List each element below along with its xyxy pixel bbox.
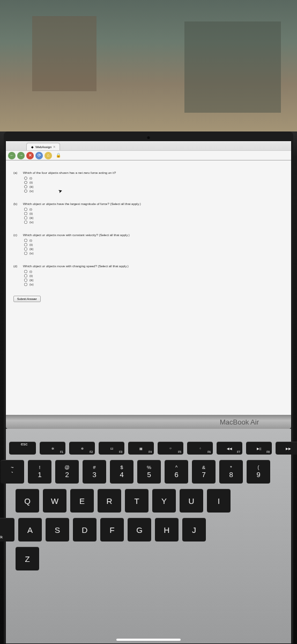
option-label: (iv) (29, 189, 34, 193)
key-f8[interactable]: ▶||F8 (246, 442, 272, 455)
checkbox-input[interactable] (24, 208, 27, 211)
option-checkbox[interactable]: (ii) (24, 243, 284, 246)
key-f5[interactable]: ☼F5 (158, 442, 183, 455)
key-f4[interactable]: ▦F4 (128, 442, 154, 455)
laptop: ◆ WebAssign × ← → ✕ ⟳ ⌂ 🔒 (a) (0, 131, 297, 644)
checkbox-input[interactable] (24, 283, 27, 286)
key-3[interactable]: #3 (83, 460, 106, 484)
key-1[interactable]: !1 (28, 460, 51, 484)
question-text: Which object or objects move with changi… (23, 265, 129, 268)
checkbox-input[interactable] (24, 216, 27, 219)
key-f2[interactable]: ✲F2 (69, 442, 95, 455)
option-label: (iii) (29, 216, 33, 219)
lock-icon: 🔒 (56, 153, 61, 158)
option-checkbox[interactable]: (i) (24, 239, 284, 242)
key-w[interactable]: W (43, 489, 66, 513)
key-y[interactable]: Y (152, 489, 176, 513)
key-6[interactable]: ^6 (165, 460, 188, 484)
radio-input[interactable] (24, 189, 27, 193)
option-checkbox[interactable]: (iv) (24, 221, 284, 224)
checkbox-input[interactable] (24, 274, 27, 277)
option-checkbox[interactable]: (i) (24, 208, 284, 211)
radio-input[interactable] (24, 181, 27, 184)
key-tilde[interactable]: ~` (1, 460, 24, 484)
key-h[interactable]: H (155, 518, 179, 541)
key-a[interactable]: A (18, 518, 42, 541)
checkbox-input[interactable] (24, 279, 27, 282)
question-text: Which object or objects have the largest… (23, 202, 141, 206)
checkbox-input[interactable] (24, 247, 27, 251)
stop-button[interactable]: ✕ (26, 152, 34, 159)
fn-key-row: esc ✲F1 ✲F2 ⊟F3 ▦F4 ☼F5 ⁘F6 ◀◀F7 ▶||F8 ▶… (8, 442, 289, 455)
key-esc[interactable]: esc (9, 442, 36, 455)
option-checkbox[interactable]: (iv) (24, 283, 284, 286)
close-icon[interactable]: × (53, 145, 55, 149)
key-f6[interactable]: ⁘F6 (187, 442, 213, 455)
option-radio[interactable]: (ii) (24, 181, 284, 184)
option-checkbox[interactable]: (ii) (24, 212, 284, 215)
key-i[interactable]: I (207, 489, 231, 513)
key-u[interactable]: U (180, 489, 203, 513)
key-z[interactable]: Z (16, 547, 39, 570)
option-radio[interactable]: (i) (24, 177, 284, 180)
option-checkbox[interactable]: (i) (24, 270, 284, 273)
key-s[interactable]: S (46, 518, 69, 541)
forward-button[interactable]: → (17, 152, 25, 159)
option-label: (iii) (29, 279, 33, 282)
browser-chrome: ◆ WebAssign × ← → ✕ ⟳ ⌂ 🔒 (6, 141, 291, 160)
checkbox-input[interactable] (24, 270, 27, 273)
key-2[interactable]: @2 (55, 460, 79, 484)
option-checkbox[interactable]: (iii) (24, 247, 284, 251)
reload-button[interactable]: ⟳ (35, 152, 43, 159)
kbd-brightness-icon: ☼ (169, 447, 172, 450)
key-t[interactable]: T (125, 489, 148, 513)
checkbox-input[interactable] (24, 212, 27, 215)
home-indicator[interactable] (116, 639, 181, 641)
checkbox-input[interactable] (24, 239, 27, 242)
option-checkbox[interactable]: (ii) (24, 274, 284, 277)
key-caps-lock[interactable]: ck (0, 518, 14, 541)
key-g[interactable]: G (128, 518, 151, 541)
option-checkbox[interactable]: (iii) (24, 216, 284, 219)
submit-button[interactable]: Submit Answer (13, 296, 41, 302)
key-5[interactable]: %5 (137, 460, 161, 484)
camera-icon (147, 136, 150, 139)
checkbox-input[interactable] (24, 221, 27, 224)
question-b: (b) Which object or objects have the lar… (13, 202, 284, 224)
checkbox-input[interactable] (24, 243, 27, 246)
fast-forward-icon: ▶▶ (286, 447, 291, 450)
nav-row: ← → ✕ ⟳ ⌂ 🔒 (6, 150, 291, 160)
option-label: (iii) (29, 247, 33, 251)
key-d[interactable]: D (73, 518, 96, 541)
key-f7[interactable]: ◀◀F7 (217, 442, 242, 455)
key-9[interactable]: (9 (247, 460, 270, 484)
checkbox-input[interactable] (24, 252, 27, 255)
key-f[interactable]: F (100, 518, 124, 541)
option-radio[interactable]: (iii) (24, 185, 284, 188)
key-4[interactable]: $4 (110, 460, 133, 484)
question-label: (b) (13, 202, 22, 206)
key-f9[interactable]: ▶▶ (276, 442, 297, 455)
option-checkbox[interactable]: (iii) (24, 279, 284, 282)
laptop-hinge: MacBook Air (6, 415, 291, 429)
radio-input[interactable] (24, 185, 27, 188)
option-checkbox[interactable]: (iv) (24, 252, 284, 255)
key-j[interactable]: J (182, 518, 206, 541)
tab-favicon-icon: ◆ (31, 145, 34, 149)
tab-title: WebAssign (35, 145, 51, 149)
page-content: (a) Which of the four objects shown has … (6, 160, 291, 313)
home-button[interactable]: ⌂ (44, 152, 52, 159)
background-photo (0, 0, 297, 140)
key-7[interactable]: &7 (192, 460, 216, 484)
back-button[interactable]: ← (8, 152, 16, 159)
key-8[interactable]: *8 (219, 460, 243, 484)
key-f3[interactable]: ⊟F3 (99, 442, 124, 455)
browser-tab[interactable]: ◆ WebAssign × (26, 143, 60, 150)
key-e[interactable]: E (70, 489, 94, 513)
key-q[interactable]: Q (16, 489, 39, 513)
tab-row: ◆ WebAssign × (6, 141, 291, 150)
option-label: (i) (29, 239, 32, 242)
key-f1[interactable]: ✲F1 (40, 442, 65, 455)
key-r[interactable]: R (98, 489, 121, 513)
radio-input[interactable] (24, 177, 27, 180)
